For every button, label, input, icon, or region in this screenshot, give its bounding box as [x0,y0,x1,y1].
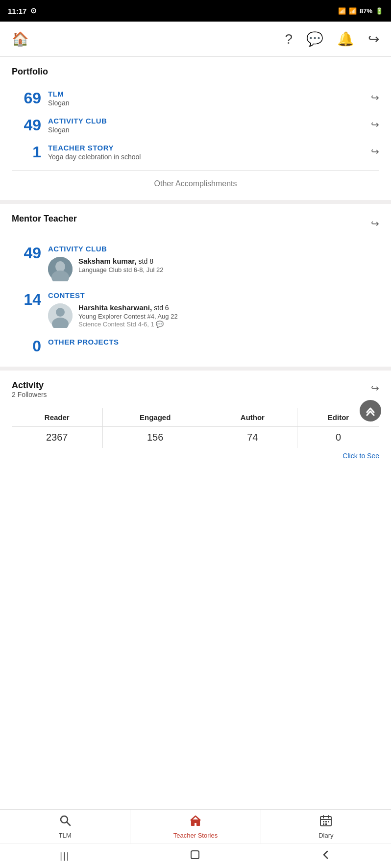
section-divider-1 [0,200,391,204]
android-home-btn[interactable] [190,849,200,863]
nav-tlm[interactable]: TLM [0,810,130,843]
portfolio-content-3: TEACHER STORY Yoga day celebration in sc… [48,144,366,161]
click-to-see[interactable]: Click to See [12,448,379,462]
exit-icon[interactable]: ↪ [368,31,379,47]
student-info-harshita: Harshita kesharwani, std 6 Young Explore… [78,303,379,328]
mentor-student-2: Harshita kesharwani, std 6 Young Explore… [48,303,379,328]
svg-point-4 [56,308,65,317]
portfolio-item-teacher-story: 1 TEACHER STORY Yoga day celebration in … [12,139,379,166]
activity-table: Reader Engaged Author Editor 2367 156 74… [12,408,379,448]
student-detail-2b: Science Contest Std 4-6, 1 💬 [78,321,379,328]
nav-teacher-stories-label: Teacher Stories [173,832,218,839]
activity-title-block: Activity 2 Followers [12,380,47,398]
col-header-engaged: Engaged [102,408,208,427]
share-icon-1[interactable]: ↪ [371,92,379,103]
mentor-header: Mentor Teacher ↪ [12,214,379,232]
chevron-up-icon [365,405,376,416]
mentor-number-3: 0 [12,338,41,355]
chat-icon[interactable]: 💬 [306,31,323,47]
portfolio-subtitle-3: Yoga day celebration in school [48,153,366,161]
status-bar: 11:17 ⊙ 📶 📶 87% 🔋 [0,0,391,22]
portfolio-content-2: ACTIVITY CLUB Slogan [48,117,366,134]
wifi-icon: 📶 [338,7,346,15]
val-reader[interactable]: 2367 [12,426,102,448]
android-recent-btn[interactable]: ||| [60,851,70,861]
home-nav-icon[interactable]: 🏠 [12,31,29,47]
avatar-photo-svg [48,257,73,281]
svg-line-7 [67,822,70,826]
svg-rect-13 [325,821,327,822]
avatar-harshita [48,303,73,328]
share-icon-2[interactable]: ↪ [371,119,379,130]
status-bar-left: 11:17 ⊙ [8,6,37,15]
col-header-reader: Reader [12,408,102,427]
signal-icon: 📶 [349,7,357,15]
portfolio-category-2[interactable]: ACTIVITY CLUB [48,117,366,125]
whatsapp-icon: ⊙ [30,6,37,15]
avatar-silhouette-svg [48,303,73,328]
bottom-nav: TLM Teacher Stories Diary [0,809,391,843]
mentor-item-contest: 14 CONTEST Harshita kesharwani, std 6 [12,286,379,333]
portfolio-number-1: 69 [12,90,41,107]
android-nav: ||| [0,843,391,868]
activity-header: Activity 2 Followers ↪ [12,380,379,398]
bell-icon[interactable]: 🔔 [337,31,354,47]
search-icon [59,814,72,830]
svg-point-1 [55,261,65,272]
mentor-item-activity-club: 49 ACTIVITY CLUB Saksham kumar, std 8 [12,240,379,286]
calendar-icon [319,814,332,830]
val-editor[interactable]: 0 [297,426,379,448]
svg-rect-15 [323,823,324,825]
val-author[interactable]: 74 [208,426,297,448]
student-detail-1: Language Club std 6-8, Jul 22 [78,266,379,273]
student-name-1: Saksham kumar, std 8 [78,257,379,265]
portfolio-title: Portfolio [12,67,379,77]
mentor-number-1: 49 [12,245,41,262]
mentor-section: Mentor Teacher ↪ 49 ACTIVITY CLUB Saksha… [0,204,391,367]
mentor-content-1: ACTIVITY CLUB Saksham kumar, std 8 Langu… [48,245,379,281]
portfolio-item-tlm: 69 TLM Slogan ↪ [12,85,379,112]
help-icon[interactable]: ? [285,31,293,47]
android-back-btn[interactable] [320,849,331,863]
mentor-share-icon[interactable]: ↪ [371,218,379,229]
activity-title: Activity [12,380,47,391]
col-header-author: Author [208,408,297,427]
other-accomplishments[interactable]: Other Accomplishments [12,170,379,195]
portfolio-section: Portfolio 69 TLM Slogan ↪ 49 ACTIVITY CL… [0,57,391,200]
nav-diary-label: Diary [318,832,333,839]
top-nav-right: ? 💬 🔔 ↪ [285,31,379,47]
scroll-up-button[interactable] [360,400,381,422]
nav-diary[interactable]: Diary [261,810,391,843]
activity-followers: 2 Followers [12,391,47,398]
mentor-content-3: OTHER PROJECTS [48,338,379,350]
svg-rect-17 [191,851,199,859]
mentor-item-other-projects: 0 OTHER PROJECTS [12,333,379,360]
portfolio-content-1: TLM Slogan [48,90,366,107]
mentor-content-2: CONTEST Harshita kesharwani, std 6 Young… [48,291,379,328]
svg-rect-14 [328,821,329,822]
status-bar-right: 📶 📶 87% 🔋 [338,7,383,15]
activity-share-icon[interactable]: ↪ [371,382,379,394]
portfolio-subtitle-1: Slogan [48,99,366,107]
home-active-icon [189,814,202,830]
top-nav: 🏠 ? 💬 🔔 ↪ [0,22,391,57]
mentor-category-3[interactable]: OTHER PROJECTS [48,338,379,346]
portfolio-number-2: 49 [12,117,41,134]
student-name-2: Harshita kesharwani, std 6 [78,303,379,312]
activity-section: Activity 2 Followers ↪ Reader Engaged Au… [0,371,391,469]
nav-teacher-stories[interactable]: Teacher Stories [130,810,261,843]
portfolio-item-activity-club: 49 ACTIVITY CLUB Slogan ↪ [12,112,379,139]
mentor-category-1[interactable]: ACTIVITY CLUB [48,245,379,253]
nav-tlm-label: TLM [59,832,72,839]
svg-rect-12 [323,821,324,822]
portfolio-category-1[interactable]: TLM [48,90,366,98]
mentor-title: Mentor Teacher [12,214,77,224]
portfolio-number-3: 1 [12,144,41,161]
share-icon-3[interactable]: ↪ [371,146,379,157]
portfolio-category-3[interactable]: TEACHER STORY [48,144,366,152]
battery-display: 87% [360,7,372,15]
val-engaged[interactable]: 156 [102,426,208,448]
student-detail-2a: Young Explorer Contest #4, Aug 22 [78,313,379,320]
mentor-category-2[interactable]: CONTEST [48,291,379,299]
section-divider-2 [0,367,391,371]
